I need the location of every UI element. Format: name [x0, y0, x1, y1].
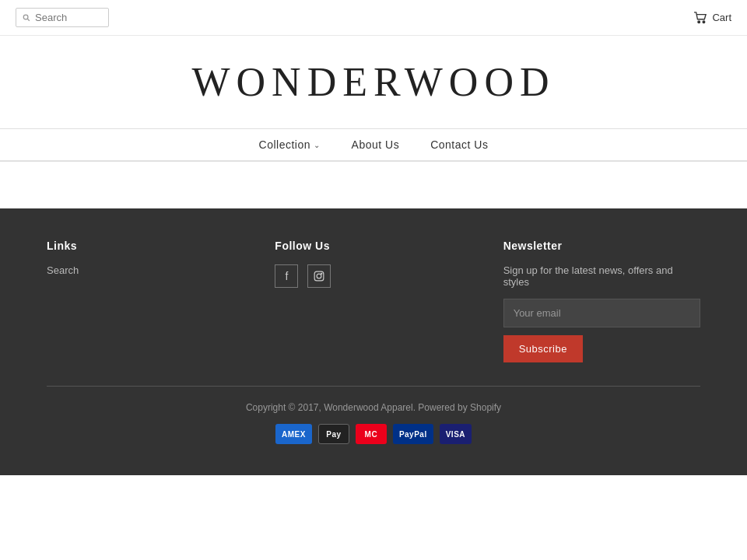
search-icon — [23, 13, 30, 23]
footer-newsletter-section: Newsletter Sign up for the latest news, … — [503, 240, 700, 362]
nav-label-about: About Us — [352, 138, 400, 151]
header-top-bar: Cart — [0, 0, 747, 36]
footer-grid: Links Search Follow Us f News — [47, 240, 700, 362]
nav-item-about[interactable]: About Us — [352, 138, 400, 151]
cart-link[interactable]: Cart — [693, 12, 731, 24]
payment-paypal: PayPal — [393, 424, 433, 444]
footer-links-section: Links Search — [47, 240, 244, 362]
nav-label-contact: Contact Us — [430, 138, 488, 151]
payment-applepay: Pay — [318, 424, 349, 444]
footer: Links Search Follow Us f News — [0, 208, 747, 475]
subscribe-button[interactable]: Subscribe — [503, 335, 583, 362]
svg-point-0 — [23, 15, 28, 19]
payment-visa: VISA — [440, 424, 472, 444]
footer-search-link[interactable]: Search — [47, 264, 244, 276]
nav-item-contact[interactable]: Contact Us — [430, 138, 488, 151]
footer-newsletter-heading: Newsletter — [503, 240, 700, 252]
nav-label-collection: Collection — [259, 138, 310, 151]
svg-point-5 — [317, 274, 321, 278]
instagram-icon[interactable] — [307, 264, 331, 288]
footer-bottom: Copyright © 2017, Wonderwood Apparel. Po… — [47, 386, 700, 444]
svg-point-6 — [321, 273, 322, 274]
footer-links-heading: Links — [47, 240, 244, 252]
email-input-wrapper: Subscribe — [503, 299, 700, 362]
logo-text[interactable]: WONDERWOOD — [191, 59, 555, 105]
cart-icon — [693, 12, 707, 24]
search-input[interactable] — [35, 12, 102, 23]
copyright-text: Copyright © 2017, Wonderwood Apparel. Po… — [246, 402, 501, 413]
payment-mastercard: MC — [356, 424, 387, 444]
nav-item-collection[interactable]: Collection ⌄ — [259, 138, 321, 151]
facebook-icon[interactable]: f — [275, 264, 298, 288]
email-input[interactable] — [503, 299, 700, 327]
svg-rect-4 — [314, 271, 324, 281]
logo-area: WONDERWOOD — [0, 36, 747, 128]
newsletter-desc: Sign up for the latest news, offers and … — [503, 264, 700, 288]
footer-follow-heading: Follow Us — [275, 240, 472, 252]
search-wrapper[interactable] — [16, 8, 109, 27]
chevron-down-icon: ⌄ — [314, 141, 321, 149]
nav-bar: Collection ⌄ About Us Contact Us — [0, 128, 747, 161]
payment-icons: AMEX Pay MC PayPal VISA — [275, 424, 472, 444]
cart-label: Cart — [712, 12, 731, 23]
svg-point-2 — [698, 21, 700, 23]
main-content — [0, 162, 747, 208]
social-icons: f — [275, 264, 472, 288]
payment-amex: AMEX — [275, 424, 312, 444]
footer-follow-section: Follow Us f — [275, 240, 472, 362]
svg-point-3 — [703, 21, 706, 23]
svg-line-1 — [27, 19, 30, 21]
